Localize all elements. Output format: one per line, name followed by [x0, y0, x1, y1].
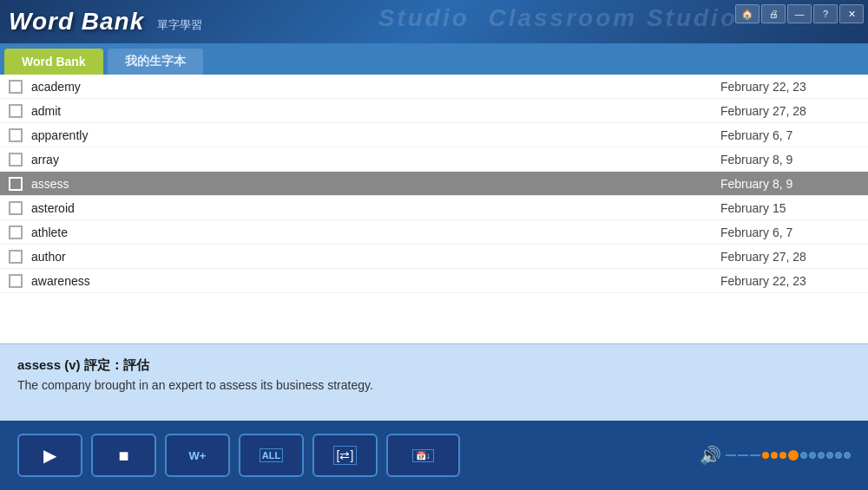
close-button[interactable]: ✕ [839, 4, 864, 23]
date-sort-label: 📅↓ [412, 449, 434, 462]
word-row[interactable]: athleteFebruary 6, 7 [0, 220, 868, 245]
vol-dot-empty-1 [800, 452, 807, 459]
home-button[interactable]: 🏠 [735, 4, 760, 23]
word-name: array [31, 153, 720, 167]
word-checkbox[interactable] [9, 274, 23, 288]
word-row[interactable]: apparentlyFebruary 6, 7 [0, 123, 868, 147]
word-date: February 6, 7 [720, 128, 859, 142]
word-row[interactable]: assessFebruary 8, 9 [0, 172, 868, 196]
word-checkbox[interactable] [9, 80, 23, 94]
app-title: Word Bank [9, 8, 144, 36]
date-sort-button[interactable]: 📅↓ [386, 434, 460, 477]
word-name: athlete [31, 225, 720, 239]
word-name: apparently [31, 128, 720, 142]
vol-line-1 [726, 454, 736, 456]
add-word-label: W+ [189, 449, 207, 462]
volume-icon: 🔊 [700, 445, 721, 466]
word-date: February 22, 23 [720, 274, 859, 288]
word-date: February 8, 9 [720, 153, 859, 167]
word-name: assess [31, 177, 720, 191]
word-name: asteroid [31, 201, 720, 215]
vol-dot-empty-5 [835, 452, 842, 459]
tab-my-wordbook[interactable]: 我的生字本 [108, 49, 203, 75]
word-checkbox[interactable] [9, 177, 23, 191]
word-date: February 22, 23 [720, 80, 859, 94]
shuffle-icon: [⇄] [333, 446, 358, 465]
word-date: February 27, 28 [720, 250, 859, 264]
stop-button[interactable]: ■ [91, 434, 156, 477]
vol-dot-filled-4 [788, 450, 799, 461]
all-button[interactable]: ALL [239, 434, 304, 477]
shuffle-button[interactable]: [⇄] [312, 434, 378, 477]
word-list-wrapper: academyFebruary 22, 23admitFebruary 27, … [0, 75, 868, 296]
volume-bar [726, 450, 851, 461]
vol-dot-filled-2 [771, 452, 778, 459]
word-name: admit [31, 104, 720, 118]
word-row[interactable]: authorFebruary 27, 28 [0, 245, 868, 269]
word-row[interactable]: admitFebruary 27, 28 [0, 99, 868, 123]
word-date: February 15 [720, 201, 859, 215]
word-checkbox[interactable] [9, 250, 23, 264]
word-name: awareness [31, 274, 720, 288]
vol-line-3 [750, 454, 760, 456]
tab-bar: Word Bank 我的生字本 [0, 43, 868, 75]
word-date: February 8, 9 [720, 177, 859, 191]
add-word-button[interactable]: W+ [165, 434, 230, 477]
word-row[interactable]: awarenessFebruary 22, 23 [0, 269, 868, 293]
help-button[interactable]: ? [813, 4, 838, 23]
main-content: academyFebruary 22, 23admitFebruary 27, … [0, 75, 868, 343]
word-date: February 6, 7 [720, 225, 859, 239]
vol-dot-empty-2 [809, 452, 816, 459]
word-list[interactable]: academyFebruary 22, 23admitFebruary 27, … [0, 75, 868, 296]
def-word-bold: assess (v) 評定：評估 [17, 357, 149, 372]
vol-dot-empty-3 [818, 452, 825, 459]
play-button[interactable]: ▶ [17, 434, 82, 477]
word-checkbox[interactable] [9, 201, 23, 215]
minimize-button[interactable]: — [787, 4, 812, 23]
definition-word: assess (v) 評定：評估 [17, 357, 851, 374]
stop-icon: ■ [118, 446, 128, 466]
word-checkbox[interactable] [9, 153, 23, 167]
word-row[interactable]: arrayFebruary 8, 9 [0, 147, 868, 172]
word-checkbox[interactable] [9, 128, 23, 142]
window-controls: 🏠 🖨 — ? ✕ [735, 4, 864, 23]
vol-dot-empty-6 [844, 452, 851, 459]
word-name: academy [31, 80, 720, 94]
word-checkbox[interactable] [9, 225, 23, 239]
volume-area: 🔊 [700, 445, 851, 466]
play-icon: ▶ [43, 445, 56, 466]
word-date: February 27, 28 [720, 104, 859, 118]
print-button[interactable]: 🖨 [761, 4, 786, 23]
app-subtitle: 單字學習 [157, 17, 202, 33]
header: Word Bank 單字學習 Studio Classroom Studio 🏠… [0, 0, 868, 43]
definition-area: assess (v) 評定：評估 The company brought in … [0, 343, 868, 430]
header-bg-text: Studio Classroom Studio [378, 4, 738, 32]
word-checkbox[interactable] [9, 104, 23, 118]
all-label: ALL [260, 448, 283, 462]
vol-dot-filled-1 [762, 452, 769, 459]
vol-dot-empty-4 [826, 452, 833, 459]
word-name: author [31, 250, 720, 264]
definition-example: The company brought in an expert to asse… [17, 378, 851, 392]
vol-line-2 [738, 454, 748, 456]
word-row[interactable]: academyFebruary 22, 23 [0, 75, 868, 99]
word-row[interactable]: backacheFebruary 24, 25 [0, 293, 868, 296]
word-row[interactable]: asteroidFebruary 15 [0, 196, 868, 220]
bottom-bar: ▶ ■ W+ ALL [⇄] 📅↓ 🔊 [0, 421, 868, 490]
tab-word-bank[interactable]: Word Bank [4, 49, 103, 75]
vol-dot-filled-3 [779, 452, 786, 459]
